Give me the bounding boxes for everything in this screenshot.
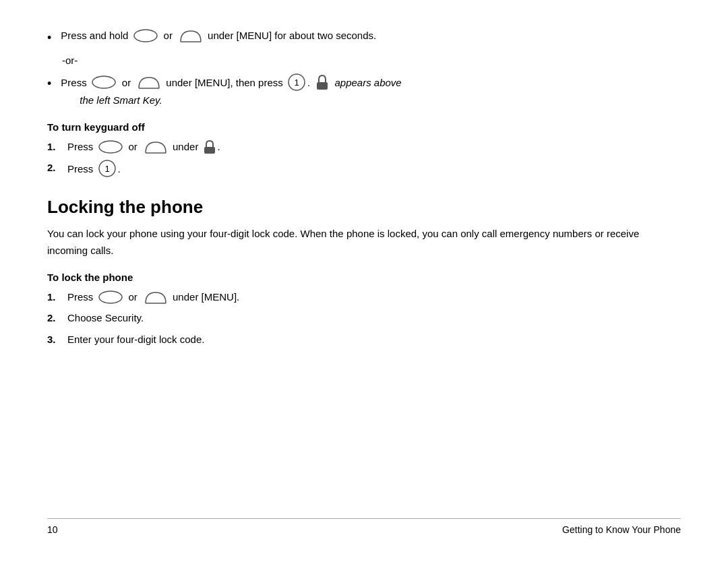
bullet2-mid: under [MENU], then press (166, 74, 282, 92)
bullet-dot-1: • (47, 28, 51, 48)
lock-step1: 1. Press or under [MENU]. (47, 288, 681, 306)
lock-icon-inline (315, 73, 329, 91)
bullet2-press: Press (61, 74, 86, 92)
svg-rect-6 (317, 82, 328, 90)
lock-step2-num: 2. (47, 309, 61, 327)
page-number: 10 (47, 524, 58, 535)
svg-point-7 (99, 141, 122, 153)
step2-content: Press 1 . (67, 159, 121, 178)
bullet2-period: . (307, 74, 310, 92)
step1-under: under (173, 138, 198, 156)
step1-or: or (129, 138, 138, 156)
lock-step2-content: Choose Security. (67, 309, 144, 327)
lock-step2: 2. Choose Security. (47, 309, 681, 327)
bullet2-italic1: appears above (334, 74, 401, 92)
page: • Press and hold or under [MENU] (0, 0, 728, 562)
lock-step1-press: Press (67, 288, 93, 306)
bullet1-press-hold: Press and hold (61, 27, 128, 44)
keyguard-step2: 2. Press 1 . (47, 159, 681, 178)
lock-step1-content: Press or under [MENU]. (67, 288, 239, 306)
content-area: • Press and hold or under [MENU] (47, 27, 681, 518)
bullet-item-2: • Press or under [M (47, 73, 681, 109)
chapter-heading: Locking the phone (47, 197, 681, 218)
circle-key-kg2: 1 (98, 159, 117, 178)
softkey-oval-1 (133, 28, 158, 43)
arckey-2 (136, 75, 162, 90)
chapter-title: Getting to Know Your Phone (562, 524, 681, 535)
keyguard-heading: To turn keyguard off (47, 121, 681, 133)
bullet2-italic2: the left Smart Key. (80, 92, 401, 109)
bullet-content-2: Press or under [MENU], then press (61, 73, 401, 92)
softkey-oval-lk1 (98, 290, 123, 305)
bullet2-or: or (122, 74, 131, 92)
keyguard-section: To turn keyguard off 1. Press or (47, 121, 681, 179)
bullet1-or: or (164, 27, 173, 44)
circle-key-1: 1 (287, 73, 306, 92)
bullet-content-1: Press and hold or under [MENU] for about… (61, 27, 376, 44)
step1-period: . (218, 138, 220, 156)
svg-point-0 (134, 30, 157, 42)
lock-phone-heading: To lock the phone (47, 272, 681, 283)
footer: 10 Getting to Know Your Phone (47, 518, 681, 535)
keyguard-step1: 1. Press or under (47, 138, 681, 156)
step2-period: . (118, 160, 121, 178)
lock-phone-section: To lock the phone 1. Press or u (47, 272, 681, 348)
lock-step1-post: under [MENU]. (173, 288, 239, 306)
arckey-lk1 (143, 290, 169, 305)
locking-body: You can lock your phone using your four-… (47, 226, 681, 259)
svg-rect-9 (204, 147, 215, 154)
svg-text:1: 1 (104, 164, 109, 174)
lock-step1-or: or (129, 288, 138, 306)
step1-num: 1. (47, 138, 61, 156)
lock-step3-num: 3. (47, 331, 61, 348)
step1-content: Press or under (67, 138, 220, 156)
lock-icon-kg (204, 139, 216, 154)
svg-point-2 (92, 76, 115, 88)
arckey-1 (178, 28, 204, 43)
step2-press: Press (67, 160, 93, 178)
bullet-section: • Press and hold or under [MENU] (47, 27, 681, 109)
step2-num: 2. (47, 159, 61, 177)
softkey-oval-kg1 (98, 139, 123, 154)
softkey-oval-2 (91, 75, 117, 90)
locking-chapter: Locking the phone You can lock your phon… (47, 197, 681, 259)
step1-press: Press (67, 138, 93, 156)
bullet-item-1: • Press and hold or under [MENU] (47, 27, 681, 48)
lock-step3-content: Enter your four-digit lock code. (67, 331, 204, 348)
dash-or: -or- (62, 52, 681, 69)
lock-step3: 3. Enter your four-digit lock code. (47, 331, 681, 348)
bullet1-post: under [MENU] for about two seconds. (208, 27, 376, 44)
lock-step1-num: 1. (47, 288, 61, 306)
svg-point-12 (99, 291, 122, 303)
svg-text:1: 1 (294, 77, 299, 88)
bullet-dot-2: • (47, 74, 51, 94)
arckey-kg1 (143, 139, 169, 154)
